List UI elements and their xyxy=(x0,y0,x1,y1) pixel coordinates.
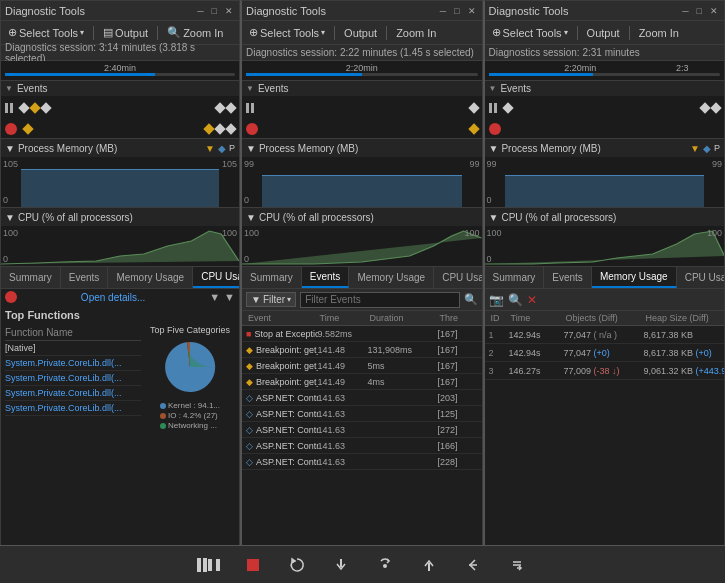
select-tools-btn-1[interactable]: ⊕ Select Tools ▾ xyxy=(5,25,87,40)
tab-memory-3[interactable]: Memory Usage xyxy=(592,267,677,288)
camera-icon[interactable]: 📷 xyxy=(489,293,504,307)
close-btn-3[interactable]: ✕ xyxy=(708,6,720,16)
zoom-btn-2[interactable]: Zoom In xyxy=(393,26,439,40)
event-row-4[interactable]: ◇ ASP.NET: Controller... 141.63 [203] xyxy=(242,390,482,406)
output-btn-3[interactable]: Output xyxy=(584,26,623,40)
mem-icons-1: ▼ ◆ P xyxy=(205,143,235,154)
mem-icon-2: ◆ xyxy=(218,143,226,154)
col-thread: Thre xyxy=(438,312,478,324)
maximize-btn-2[interactable]: □ xyxy=(452,6,461,16)
output-btn-1[interactable]: ▤ Output xyxy=(100,25,151,40)
select-tools-icon-1: ⊕ xyxy=(8,26,17,39)
panel-3-title: Diagnostic Tools xyxy=(489,5,569,17)
tab-events-3[interactable]: Events xyxy=(544,267,592,288)
step-over-button[interactable] xyxy=(371,551,399,579)
func-item-1[interactable]: System.Private.CoreLib.dll(... xyxy=(5,356,141,371)
tab-summary-2[interactable]: Summary xyxy=(242,267,302,288)
tab-cpu-2[interactable]: CPU Usage xyxy=(434,267,482,288)
events-section-2: ▼ Events xyxy=(242,81,482,139)
maximize-btn-1[interactable]: □ xyxy=(210,6,219,16)
events-section-1: ▼ Events xyxy=(1,81,239,139)
step-out-svg-icon xyxy=(421,557,437,573)
tab-events-2[interactable]: Events xyxy=(302,267,350,288)
event-icon-break1: ◆ xyxy=(246,345,253,355)
select-tools-btn-2[interactable]: ⊕ Select Tools ▾ xyxy=(246,25,328,40)
func-item-4[interactable]: System.Private.CoreLib.dll(... xyxy=(5,401,141,416)
stop-button[interactable] xyxy=(239,551,267,579)
mem-toolbar-3: 📷 🔍 ✕ xyxy=(485,289,725,311)
event-d9 xyxy=(225,123,236,134)
memory-chart-2: 99 99 0 xyxy=(242,157,482,207)
pause-button[interactable] xyxy=(195,551,223,579)
close-btn-2[interactable]: ✕ xyxy=(466,6,478,16)
filter-icon-1[interactable]: ▼ xyxy=(209,291,220,303)
step-into-button[interactable] xyxy=(327,551,355,579)
events-section-3: ▼ Events xyxy=(485,81,725,139)
delete-icon[interactable]: ✕ xyxy=(527,293,537,307)
maximize-btn-3[interactable]: □ xyxy=(695,6,704,16)
func-item-native[interactable]: [Native] xyxy=(5,341,141,356)
func-item-3[interactable]: System.Private.CoreLib.dll(... xyxy=(5,386,141,401)
event-d20 xyxy=(502,102,513,113)
mem-icon-p-3: P xyxy=(714,143,720,153)
minimize-btn-2[interactable]: ─ xyxy=(438,6,448,16)
title-bar-1: Diagnostic Tools ─ □ ✕ xyxy=(1,1,239,21)
timeline-3[interactable]: 2:20min 2:3 xyxy=(485,61,725,81)
event-row-8[interactable]: ◇ ASP.NET: Controller... 141.63 [228] xyxy=(242,454,482,470)
filter-icon-2[interactable]: ▼ xyxy=(224,291,235,303)
more-button[interactable] xyxy=(503,551,531,579)
filter-btn-2[interactable]: ▼ Filter ▾ xyxy=(246,292,296,307)
tab-memory-1[interactable]: Memory Usage xyxy=(108,267,193,288)
col-event: Event xyxy=(246,312,318,324)
pie-title-1: Top Five Categories xyxy=(150,325,230,335)
snap-row-3[interactable]: 3 146.27s 77,009 (-38 ↓) 9,061.32 KB (+4… xyxy=(485,362,725,380)
minimize-btn-3[interactable]: ─ xyxy=(680,6,690,16)
tab-summary-3[interactable]: Summary xyxy=(485,267,545,288)
stop-svg-icon xyxy=(246,558,260,572)
event-name-1: ◆ Breakpoint: get_Ca... xyxy=(246,345,318,355)
minimize-btn-1[interactable]: ─ xyxy=(195,6,205,16)
event-row-1[interactable]: ◆ Breakpoint: get_Ca... 141.48 131,908ms… xyxy=(242,342,482,358)
zoom-btn-1[interactable]: 🔍 Zoom In xyxy=(164,25,226,40)
events-header-2[interactable]: ▼ Events xyxy=(242,81,482,96)
timeline-2[interactable]: 2:20min xyxy=(242,61,482,81)
record-btn-1[interactable] xyxy=(5,291,17,303)
events-header-3[interactable]: ▼ Events xyxy=(485,81,725,96)
event-row-0[interactable]: ■ Stop at Exception:... 9.582ms [167] xyxy=(242,326,482,342)
snap-row-1[interactable]: 1 142.94s 77,047 ( n/a ) 8,617.38 KB xyxy=(485,326,725,344)
close-btn-1[interactable]: ✕ xyxy=(223,6,235,16)
snap-row-2[interactable]: 2 142.94s 77,047 (+0) 8,617.38 KB (+0) xyxy=(485,344,725,362)
event-icon-break3: ◆ xyxy=(246,377,253,387)
output-icon-1: ▤ xyxy=(103,26,113,39)
search-input-2[interactable] xyxy=(300,292,459,308)
event-row-7[interactable]: ◇ ASP.NET: Controller... 141.63 [166] xyxy=(242,438,482,454)
bottom-toolbar xyxy=(0,545,725,583)
func-item-2[interactable]: System.Private.CoreLib.dll(... xyxy=(5,371,141,386)
tab-cpu-1[interactable]: CPU Usage xyxy=(193,267,240,288)
tab-summary-1[interactable]: Summary xyxy=(1,267,61,288)
search-icon-3[interactable]: 🔍 xyxy=(508,293,523,307)
open-details-1[interactable]: Open details... xyxy=(81,292,145,303)
cpu-header-3: ▼ CPU (% of all processors) xyxy=(485,208,725,226)
event-row-6[interactable]: ◇ ASP.NET: Controller... 141.63 [272] xyxy=(242,422,482,438)
legend-dot-io xyxy=(160,413,166,419)
zoom-btn-3[interactable]: Zoom In xyxy=(636,26,682,40)
event-row-3[interactable]: ◆ Breakpoint: get_Ca... 141.49 4ms [167] xyxy=(242,374,482,390)
cpu-graph-2 xyxy=(242,226,482,266)
event-row-5[interactable]: ◇ ASP.NET: Controller... 141.63 [125] xyxy=(242,406,482,422)
tab-cpu-3[interactable]: CPU Usage xyxy=(677,267,725,288)
mem-max-1: 105 xyxy=(3,159,18,169)
events-header-1[interactable]: ▼ Events xyxy=(1,81,239,96)
track-pause-1 xyxy=(5,103,13,113)
select-tools-btn-3[interactable]: ⊕ Select Tools ▾ xyxy=(489,25,571,40)
search-icon-2[interactable]: 🔍 xyxy=(464,293,478,306)
event-row-2[interactable]: ◆ Breakpoint: get_Ca... 141.49 5ms [167] xyxy=(242,358,482,374)
tab-events-1[interactable]: Events xyxy=(61,267,109,288)
timeline-1[interactable]: 2:40min xyxy=(1,61,239,81)
back-button[interactable] xyxy=(459,551,487,579)
step-out-button[interactable] xyxy=(415,551,443,579)
restart-button[interactable] xyxy=(283,551,311,579)
func-header-1: Function Name xyxy=(5,325,141,341)
tab-memory-2[interactable]: Memory Usage xyxy=(349,267,434,288)
output-btn-2[interactable]: Output xyxy=(341,26,380,40)
